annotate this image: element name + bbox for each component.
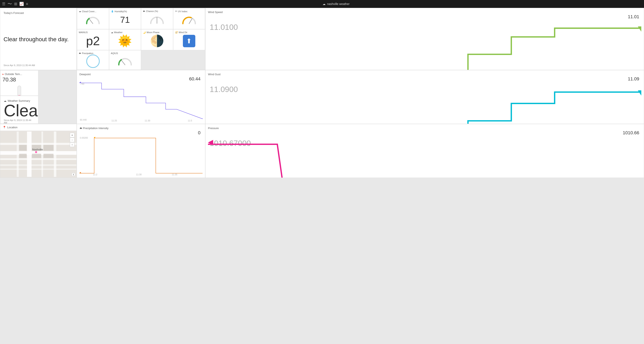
map-info-button[interactable]: ℹ [72, 173, 75, 176]
weather-label: Weather [114, 31, 122, 33]
windspeed-label: Wind Speed [208, 10, 641, 14]
logo-icon[interactable]: 〜 [8, 1, 12, 7]
cloud-cover-icon: ☁ [79, 10, 81, 13]
humidity-value: 71 [111, 13, 139, 27]
uv-gauge [181, 14, 198, 26]
main-grid: Today's Forecast Clear throughout the da… [0, 8, 644, 344]
cloud-cover-gauge [84, 14, 101, 26]
pressure-label: Pressure [208, 127, 641, 130]
forecast-text: Clear throughout the day. [4, 36, 73, 43]
widget-mainus: MAINUS p2 [77, 29, 109, 50]
precip-intensity-chart: 0.00200 11:2 11:30 11:35 [80, 136, 202, 176]
location-icon: 📍 [3, 126, 6, 129]
widget-cloud-cover: ☁ Cloud Cover... [77, 8, 109, 29]
uv-label: UV Index: [178, 10, 188, 13]
precip-label: Precipation [82, 52, 93, 54]
svg-text:11:5: 11:5 [188, 119, 192, 122]
uv-icon: ☀ [175, 10, 177, 13]
summary-panel: ☁ Weather Summary Clear Since Apr 9, 201… [0, 96, 38, 124]
svg-rect-29 [0, 158, 76, 160]
precip-intensity-icon: 🌧 [80, 127, 82, 130]
temp-icon: ▸ [2, 72, 4, 76]
precip-circle [86, 54, 100, 68]
weather-icon: ☁ [111, 31, 113, 34]
mainus-value: p2 [79, 33, 107, 48]
outside-temp-value: 70.38 [2, 76, 36, 83]
cloud-icon: ☁ [322, 2, 326, 5]
map-area: Nashville + - ↑ ℹ [0, 131, 76, 178]
location-label: Location [7, 126, 18, 129]
pulse-icon[interactable]: 📈 [19, 2, 24, 6]
mainus-label: MAINUS [79, 31, 88, 33]
svg-text:11:25: 11:25 [111, 119, 117, 122]
svg-rect-39 [32, 154, 41, 158]
forecast-label: Today's Forecast [4, 11, 73, 14]
widget-weather: ☁ Weather 🌞 [109, 29, 141, 50]
dewpoint-value: 60.44 [80, 76, 202, 82]
precip-intensity-panel: 🌧 Precipitation Intensity 0 0.00200 11:2… [77, 124, 205, 178]
pressure-chart: 1010.67000 1010.66000 11:25 11:30 [208, 136, 641, 178]
topnav: ☰ 〜 ⊞ 📈 ≡ ☁ nashville weather [0, 0, 644, 8]
precip-intensity-value: 0 [80, 130, 202, 136]
page-title: nashville weather [327, 2, 350, 5]
moon-emoji: 🌗 [150, 34, 164, 48]
svg-rect-30 [0, 165, 76, 166]
svg-rect-37 [19, 154, 27, 158]
svg-line-2 [189, 18, 192, 24]
chance-gauge [149, 14, 165, 25]
svg-rect-35 [54, 132, 56, 177]
aqius-gauge [117, 55, 133, 67]
forecast-since: Since Apr 9, 2019 11:35:44 AM [4, 64, 73, 66]
precip-icon: 🌧 [79, 52, 81, 54]
reset-button[interactable]: ↑ [70, 142, 74, 147]
precip-intensity-label: 🌧 Precipitation Intensity [80, 127, 202, 130]
windgust-chart: 11.0900 10.9800 11:25 11:30 [208, 82, 641, 124]
row2-col1: ☁ Weather Summary Clear Since Apr 9, 201… [0, 70, 77, 124]
weather-emoji: 🌞 [118, 34, 132, 48]
summary-value: Clear [4, 102, 35, 119]
summary-since: Since Apr 9, 2019 11:35:44 AM [4, 119, 35, 124]
svg-text:60.440: 60.440 [80, 118, 87, 121]
dewpoint-chart: .740 60.440 11:25 11:30 11:5 [80, 82, 202, 122]
north-arrow: ⬆ [183, 35, 195, 47]
pressure-panel: Pressure 1010.66 1010.67000 1010.66000 1… [205, 124, 644, 178]
svg-rect-31 [0, 169, 76, 170]
widgets-panel: ☁ Cloud Cover... 💧 Humidity(%) 71 🌧 [77, 8, 205, 70]
moon-label: Moon Phase [146, 31, 160, 33]
wind-dir-icon: 🧭 [175, 31, 178, 34]
windspeed-value: 11.01 [208, 14, 641, 19]
svg-rect-9 [18, 86, 21, 96]
svg-text:11:35: 11:35 [172, 173, 178, 176]
svg-text:11.0100: 11.0100 [210, 23, 238, 31]
svg-rect-36 [19, 145, 27, 151]
outside-temp-label: ▸ Outside Tem... [2, 72, 36, 76]
zoom-out-button[interactable]: - [70, 138, 74, 142]
list-icon[interactable]: ≡ [26, 2, 28, 6]
svg-line-3 [121, 60, 125, 65]
svg-rect-28 [0, 143, 76, 145]
svg-marker-25 [638, 90, 641, 95]
widget-wind-dir: 🧭 Wind Dir ⬆ [173, 29, 205, 50]
widget-aqius: AQIUS [109, 50, 141, 70]
svg-text:11:30: 11:30 [145, 119, 150, 122]
svg-rect-33 [17, 132, 19, 177]
grid-icon[interactable]: ⊞ [14, 2, 17, 6]
wind-dir-label: Wind Dir [179, 31, 188, 33]
map-controls[interactable]: + - ↑ [70, 133, 74, 147]
svg-text:1010.67000: 1010.67000 [210, 139, 251, 148]
svg-rect-34 [42, 132, 43, 177]
menu-icon[interactable]: ☰ [2, 2, 6, 6]
thermometer [13, 84, 26, 96]
chance-label: Chance (%) [146, 10, 158, 12]
zoom-in-button[interactable]: + [70, 133, 74, 137]
location-panel: 📍 Location [0, 124, 77, 178]
topnav-center: ☁ nashville weather [30, 2, 642, 5]
outside-temp-panel: ▸ Outside Tem... 70.38 [0, 70, 38, 96]
svg-text:11:30: 11:30 [136, 173, 142, 176]
windspeed-chart: 11.0100 10.9100 11:25 11:30 [208, 19, 641, 70]
dewpoint-label: Dewpoint [80, 73, 202, 76]
windgust-value: 11.09 [208, 76, 641, 82]
widget-moon: 🌙 Moon Phase 🌗 [141, 29, 173, 50]
aqius-label: AQIUS [111, 52, 118, 54]
humidity-label: Humidity(%) [115, 10, 127, 13]
